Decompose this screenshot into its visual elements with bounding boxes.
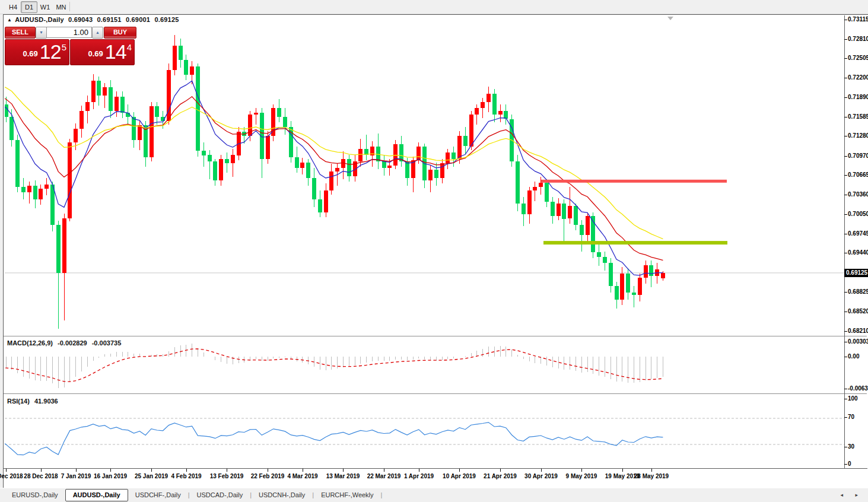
timeframe-button-w1[interactable]: W1 bbox=[37, 1, 53, 13]
rsi-tick-label: 70 bbox=[848, 414, 854, 420]
date-tick-label: 4 Feb 2019 bbox=[171, 473, 201, 479]
volume-decrease-button[interactable]: ▼ bbox=[36, 27, 47, 39]
price-tick bbox=[844, 20, 847, 20]
candle-body bbox=[603, 257, 607, 263]
candle-body bbox=[475, 108, 479, 115]
candle-body bbox=[416, 147, 421, 161]
date-tick bbox=[186, 469, 187, 472]
date-tick bbox=[6, 469, 7, 472]
price-tick bbox=[844, 234, 847, 234]
chart-tab-eurusd[interactable]: EURUSD-,Daily bbox=[5, 490, 65, 501]
macd-tick-label: 0.003035 bbox=[848, 338, 868, 345]
candle-body bbox=[44, 185, 49, 189]
macd-tick-label: -0.006311 bbox=[848, 385, 868, 392]
one-click-trading-panel: SELL ▼ 1.00 ▲ BUY 0.69125 0.69144 bbox=[5, 27, 135, 37]
candle-body bbox=[557, 204, 561, 216]
rsi-line bbox=[5, 422, 663, 455]
candle-body bbox=[609, 263, 613, 286]
price-tick-label: 0.70050 bbox=[848, 211, 868, 217]
price-tick-label: 0.70970 bbox=[848, 152, 868, 159]
macd-pane[interactable] bbox=[5, 338, 844, 393]
chart-tab-usdcad[interactable]: USDCAD-,Daily bbox=[190, 490, 250, 501]
date-tick bbox=[581, 469, 582, 472]
volume-input[interactable]: 1.00 bbox=[46, 27, 92, 38]
candle-body bbox=[74, 129, 78, 143]
candle-body bbox=[539, 183, 543, 188]
candle-body bbox=[231, 155, 235, 163]
price-tick-label: 0.72810 bbox=[848, 36, 868, 42]
date-tick-label: 10 Apr 2019 bbox=[443, 473, 476, 479]
candle-body bbox=[15, 140, 20, 187]
price-tick-label: 0.71585 bbox=[848, 113, 868, 120]
timeframe-button-h4[interactable]: H4 bbox=[5, 1, 21, 13]
candle-body bbox=[173, 46, 177, 70]
timeframe-button-mn[interactable]: MN bbox=[53, 1, 69, 13]
buy-button[interactable]: BUY bbox=[104, 27, 136, 39]
candle-body bbox=[358, 149, 363, 161]
buy-price-box[interactable]: 0.69144 bbox=[70, 39, 135, 65]
candle-body bbox=[306, 163, 310, 178]
resistance-line[interactable] bbox=[541, 180, 727, 183]
candle-body bbox=[190, 66, 194, 75]
date-tick-label: 9 May 2019 bbox=[566, 473, 597, 479]
date-tick-label: 25 Jan 2019 bbox=[135, 473, 168, 479]
candle-body bbox=[551, 202, 555, 217]
pane-splitter-rsi[interactable] bbox=[4, 393, 867, 395]
timeframe-button-d1[interactable]: D1 bbox=[21, 1, 37, 13]
price-axis-border bbox=[844, 15, 845, 468]
price-tick-label: 0.68520 bbox=[848, 308, 868, 314]
volume-increase-button[interactable]: ▲ bbox=[92, 27, 103, 39]
rsi-pane[interactable] bbox=[5, 396, 844, 468]
price-tick bbox=[844, 331, 847, 332]
sell-price-box[interactable]: 0.69125 bbox=[5, 39, 69, 65]
macd-signal-value: -0.003735 bbox=[92, 339, 122, 347]
support-line[interactable] bbox=[543, 241, 727, 244]
chart-title: ▲AUDUSD-,Daily 0.69043 0.69151 0.69001 0… bbox=[7, 16, 182, 23]
ohlc-low: 0.69001 bbox=[126, 16, 150, 23]
sell-price-pips: 12 bbox=[40, 40, 61, 63]
sell-button[interactable]: SELL bbox=[5, 27, 36, 39]
candle-body bbox=[457, 136, 462, 158]
candle-body bbox=[213, 161, 217, 180]
chart-tab-audusd[interactable]: AUDUSD-,Daily bbox=[65, 489, 128, 501]
date-tick bbox=[384, 469, 384, 472]
sell-price-point: 5 bbox=[62, 42, 66, 52]
candle-body bbox=[27, 186, 31, 192]
candle-body bbox=[109, 87, 113, 111]
tab-scroll-arrows[interactable]: ◂ ▸ bbox=[840, 492, 863, 498]
price-tick-label: 0.69440 bbox=[848, 249, 868, 256]
price-tick-label: 0.68825 bbox=[848, 288, 868, 295]
candle-body bbox=[266, 136, 270, 158]
date-tick bbox=[110, 469, 111, 472]
candle-body bbox=[115, 97, 119, 111]
candle-body bbox=[335, 168, 339, 171]
price-tick bbox=[844, 136, 847, 136]
rsi-tick-label: 100 bbox=[848, 395, 858, 402]
date-tick-label: 4 Mar 2019 bbox=[287, 473, 317, 479]
price-tick-label: 0.68210 bbox=[848, 328, 868, 334]
collapse-panel-icon[interactable]: ▲ bbox=[7, 17, 12, 23]
date-tick-label: 28 Dec 2018 bbox=[24, 473, 58, 479]
candle-body bbox=[144, 125, 148, 157]
candle-body bbox=[434, 170, 438, 178]
date-tick bbox=[303, 469, 303, 472]
candle-body bbox=[85, 102, 90, 111]
date-tick-label: 16 Jan 2019 bbox=[94, 473, 127, 479]
candle-body bbox=[120, 97, 125, 113]
chart-tab-eurchf[interactable]: EURCHF-,Weekly bbox=[314, 490, 380, 501]
candle-body bbox=[91, 81, 96, 101]
buy-price-pips: 14 bbox=[105, 40, 126, 63]
pane-splitter-macd[interactable] bbox=[4, 336, 867, 338]
macd-tick bbox=[844, 357, 847, 357]
chart-shift-marker-icon[interactable] bbox=[667, 17, 673, 20]
toolbar-separator bbox=[69, 2, 70, 11]
candle-body bbox=[533, 187, 537, 190]
rsi-tick bbox=[844, 447, 847, 447]
candle-body bbox=[644, 265, 648, 278]
candle-body bbox=[97, 81, 101, 96]
candle-body bbox=[452, 152, 456, 159]
candle-body bbox=[440, 163, 444, 178]
chart-tab-usdcnh[interactable]: USDCNH-,Daily bbox=[252, 490, 312, 501]
chart-tab-usdchf[interactable]: USDCHF-,Daily bbox=[128, 490, 188, 501]
candle-body bbox=[208, 155, 212, 161]
